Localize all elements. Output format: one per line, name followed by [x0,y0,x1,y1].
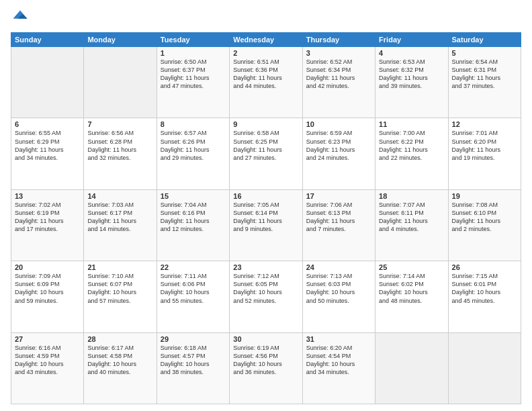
day-number: 4 [379,49,444,57]
calendar-cell: 30Sunrise: 6:19 AM Sunset: 4:56 PM Dayli… [230,332,302,404]
day-number: 2 [233,49,298,57]
day-number: 28 [87,335,152,343]
calendar-cell: 6Sunrise: 6:55 AM Sunset: 6:29 PM Daylig… [11,118,84,189]
calendar-cell: 27Sunrise: 6:16 AM Sunset: 4:59 PM Dayli… [11,332,84,404]
day-info: Sunrise: 7:13 AM Sunset: 6:03 PM Dayligh… [306,272,371,305]
day-info: Sunrise: 7:14 AM Sunset: 6:02 PM Dayligh… [379,272,444,305]
day-info: Sunrise: 7:01 AM Sunset: 6:20 PM Dayligh… [452,129,517,162]
calendar-cell: 5Sunrise: 6:54 AM Sunset: 6:31 PM Daylig… [448,47,521,118]
day-info: Sunrise: 6:53 AM Sunset: 6:32 PM Dayligh… [379,58,444,91]
day-number: 12 [452,120,517,128]
day-number: 29 [161,335,226,343]
day-number: 27 [15,335,80,343]
day-number: 31 [306,335,371,343]
day-info: Sunrise: 6:56 AM Sunset: 6:28 PM Dayligh… [87,129,152,162]
logo-icon [11,8,30,27]
day-info: Sunrise: 6:55 AM Sunset: 6:29 PM Dayligh… [15,129,80,162]
calendar-cell: 17Sunrise: 7:06 AM Sunset: 6:13 PM Dayli… [302,189,375,261]
day-number: 5 [452,49,517,57]
calendar-cell: 8Sunrise: 6:57 AM Sunset: 6:26 PM Daylig… [157,118,229,189]
day-number: 8 [161,120,226,128]
calendar-cell: 23Sunrise: 7:12 AM Sunset: 6:05 PM Dayli… [230,261,302,332]
day-number: 1 [161,49,226,57]
day-info: Sunrise: 6:57 AM Sunset: 6:26 PM Dayligh… [161,129,226,162]
day-number: 21 [87,263,152,271]
day-info: Sunrise: 7:12 AM Sunset: 6:05 PM Dayligh… [233,272,298,305]
day-info: Sunrise: 7:06 AM Sunset: 6:13 PM Dayligh… [306,201,371,234]
day-info: Sunrise: 7:08 AM Sunset: 6:10 PM Dayligh… [452,201,517,234]
day-number: 24 [306,263,371,271]
day-number: 20 [15,263,80,271]
weekday-header-monday: Monday [84,33,157,47]
day-number: 14 [87,192,152,200]
day-number: 16 [233,192,298,200]
day-info: Sunrise: 7:00 AM Sunset: 6:22 PM Dayligh… [379,129,444,162]
day-info: Sunrise: 6:59 AM Sunset: 6:23 PM Dayligh… [306,129,371,162]
calendar-cell: 7Sunrise: 6:56 AM Sunset: 6:28 PM Daylig… [84,118,157,189]
calendar-cell: 26Sunrise: 7:15 AM Sunset: 6:01 PM Dayli… [448,261,521,332]
day-number: 30 [233,335,298,343]
weekday-header-thursday: Thursday [302,33,375,47]
day-info: Sunrise: 7:11 AM Sunset: 6:06 PM Dayligh… [161,272,226,305]
day-number: 6 [15,120,80,128]
calendar-cell: 1Sunrise: 6:50 AM Sunset: 6:37 PM Daylig… [157,47,229,118]
calendar-cell: 12Sunrise: 7:01 AM Sunset: 6:20 PM Dayli… [448,118,521,189]
weekday-header-saturday: Saturday [448,33,521,47]
weekday-header-sunday: Sunday [11,33,84,47]
day-info: Sunrise: 6:51 AM Sunset: 6:36 PM Dayligh… [233,58,298,91]
day-number: 26 [452,263,517,271]
calendar-cell: 9Sunrise: 6:58 AM Sunset: 6:25 PM Daylig… [230,118,302,189]
day-number: 17 [306,192,371,200]
day-info: Sunrise: 6:58 AM Sunset: 6:25 PM Dayligh… [233,129,298,162]
day-info: Sunrise: 7:09 AM Sunset: 6:09 PM Dayligh… [15,272,80,305]
calendar-cell: 25Sunrise: 7:14 AM Sunset: 6:02 PM Dayli… [375,261,448,332]
day-number: 22 [161,263,226,271]
calendar-cell: 14Sunrise: 7:03 AM Sunset: 6:17 PM Dayli… [84,189,157,261]
day-number: 23 [233,263,298,271]
day-number: 11 [379,120,444,128]
day-info: Sunrise: 6:17 AM Sunset: 4:58 PM Dayligh… [87,344,152,377]
day-info: Sunrise: 7:03 AM Sunset: 6:17 PM Dayligh… [87,201,152,234]
calendar-cell: 15Sunrise: 7:04 AM Sunset: 6:16 PM Dayli… [157,189,229,261]
day-number: 18 [379,192,444,200]
calendar-cell: 11Sunrise: 7:00 AM Sunset: 6:22 PM Dayli… [375,118,448,189]
day-info: Sunrise: 7:10 AM Sunset: 6:07 PM Dayligh… [87,272,152,305]
weekday-header-tuesday: Tuesday [157,33,229,47]
day-info: Sunrise: 7:04 AM Sunset: 6:16 PM Dayligh… [161,201,226,234]
day-info: Sunrise: 6:54 AM Sunset: 6:31 PM Dayligh… [452,58,517,91]
day-info: Sunrise: 6:50 AM Sunset: 6:37 PM Dayligh… [161,58,226,91]
day-number: 25 [379,263,444,271]
day-number: 10 [306,120,371,128]
calendar-cell [448,332,521,404]
calendar-cell: 4Sunrise: 6:53 AM Sunset: 6:32 PM Daylig… [375,47,448,118]
calendar-cell: 19Sunrise: 7:08 AM Sunset: 6:10 PM Dayli… [448,189,521,261]
day-number: 15 [161,192,226,200]
calendar-cell: 10Sunrise: 6:59 AM Sunset: 6:23 PM Dayli… [302,118,375,189]
day-info: Sunrise: 6:16 AM Sunset: 4:59 PM Dayligh… [15,344,80,377]
calendar-cell [84,47,157,118]
calendar-cell: 3Sunrise: 6:52 AM Sunset: 6:34 PM Daylig… [302,47,375,118]
calendar-cell: 18Sunrise: 7:07 AM Sunset: 6:11 PM Dayli… [375,189,448,261]
day-info: Sunrise: 6:52 AM Sunset: 6:34 PM Dayligh… [306,58,371,91]
day-info: Sunrise: 6:18 AM Sunset: 4:57 PM Dayligh… [161,344,226,377]
day-number: 19 [452,192,517,200]
day-number: 3 [306,49,371,57]
calendar-cell: 2Sunrise: 6:51 AM Sunset: 6:36 PM Daylig… [230,47,302,118]
calendar-cell: 21Sunrise: 7:10 AM Sunset: 6:07 PM Dayli… [84,261,157,332]
calendar-cell: 31Sunrise: 6:20 AM Sunset: 4:54 PM Dayli… [302,332,375,404]
day-number: 7 [87,120,152,128]
calendar-cell: 13Sunrise: 7:02 AM Sunset: 6:19 PM Dayli… [11,189,84,261]
day-info: Sunrise: 6:19 AM Sunset: 4:56 PM Dayligh… [233,344,298,377]
day-number: 9 [233,120,298,128]
calendar-cell: 28Sunrise: 6:17 AM Sunset: 4:58 PM Dayli… [84,332,157,404]
calendar-cell: 22Sunrise: 7:11 AM Sunset: 6:06 PM Dayli… [157,261,229,332]
logo [11,8,32,27]
calendar-cell: 29Sunrise: 6:18 AM Sunset: 4:57 PM Dayli… [157,332,229,404]
calendar-cell: 24Sunrise: 7:13 AM Sunset: 6:03 PM Dayli… [302,261,375,332]
calendar-cell [11,47,84,118]
calendar-cell: 20Sunrise: 7:09 AM Sunset: 6:09 PM Dayli… [11,261,84,332]
calendar-table: SundayMondayTuesdayWednesdayThursdayFrid… [11,32,521,404]
day-number: 13 [15,192,80,200]
calendar-cell: 16Sunrise: 7:05 AM Sunset: 6:14 PM Dayli… [230,189,302,261]
weekday-header-wednesday: Wednesday [230,33,302,47]
